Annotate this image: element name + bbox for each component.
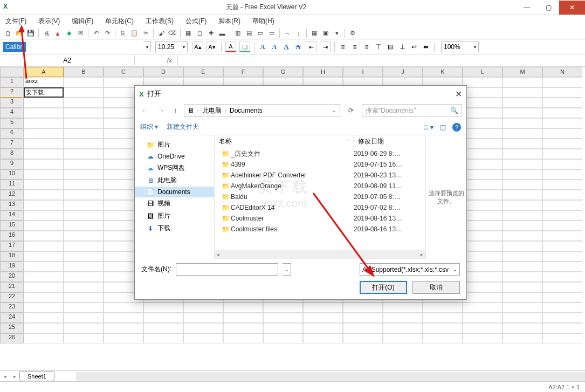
cell[interactable] [463,272,503,282]
filename-input[interactable] [176,263,278,276]
menu-单元格[interactable]: 单元格(C) [103,16,136,27]
col-header-name[interactable]: 名称˄ [215,135,354,148]
cell[interactable] [24,200,64,210]
new-icon[interactable]: 🗋 [3,29,13,38]
cell[interactable] [64,180,104,190]
col-width-icon[interactable]: ↔ [283,29,292,38]
cell[interactable] [64,282,104,292]
view-mode-icon[interactable]: ≣ ▾ [423,123,433,131]
align-mid-icon[interactable]: ⊟ [386,42,395,52]
cell[interactable] [542,159,582,169]
breadcrumb-root[interactable]: 此电脑 [202,106,222,115]
cell[interactable] [542,333,582,343]
tree-item[interactable]: 🖼图片 [135,210,214,222]
cell[interactable] [24,231,64,241]
cell[interactable] [463,149,503,159]
cell[interactable] [542,180,582,190]
row-header[interactable]: 10 [0,169,24,180]
row-header[interactable]: 8 [0,149,24,159]
row-header[interactable]: 12 [0,190,24,200]
cell[interactable] [463,128,503,139]
cell[interactable] [503,323,542,333]
pdf-icon[interactable]: ▲ [53,29,63,38]
filter-icon[interactable]: ▾ [332,29,342,38]
cell[interactable] [503,251,542,262]
row-header[interactable]: 18 [0,251,24,262]
cell[interactable] [503,169,542,180]
cell[interactable] [24,313,64,323]
menu-表示[interactable]: 表示(V) [36,16,62,27]
cell[interactable] [542,149,582,159]
cell[interactable] [104,302,143,313]
cell[interactable] [542,323,582,333]
cancel-button[interactable]: 取消 [412,281,460,294]
row-header[interactable]: 23 [0,302,24,313]
align-right-icon[interactable]: ≡ [362,42,371,52]
cell[interactable] [423,313,463,323]
file-row[interactable]: 📁43992019-07-15 16… [215,159,425,170]
cell[interactable] [503,302,542,313]
cell[interactable] [24,149,64,159]
row-header[interactable]: 22 [0,292,24,302]
cell[interactable] [183,323,223,333]
cut-icon[interactable]: ✂ [141,29,150,38]
cell[interactable] [503,231,542,241]
cell[interactable] [463,77,503,87]
cell[interactable] [303,302,343,313]
col-header[interactable]: D [143,67,183,77]
cell[interactable] [463,251,503,262]
insert-row-icon[interactable]: ▭ [256,29,265,38]
underline-icon[interactable]: A [281,42,291,52]
tree-item[interactable]: 📄Documents [135,187,214,197]
strike-icon[interactable]: A [293,42,303,52]
tree-item[interactable]: 📁图片 [135,139,214,151]
cell[interactable] [263,323,303,333]
cell[interactable] [463,200,503,210]
cell[interactable] [24,180,64,190]
col-header[interactable]: I [343,67,383,77]
organize-menu[interactable]: 组织 ▾ [140,122,158,132]
cell[interactable] [463,210,503,221]
cell[interactable] [503,180,542,190]
zoom-select[interactable]: 100%▾ [441,42,479,52]
cell[interactable] [64,292,104,302]
font-color-icon[interactable]: A [225,42,236,52]
font-size-select[interactable]: 10.25▾ [155,42,188,52]
row-header[interactable]: 13 [0,200,24,210]
tree-item[interactable]: ☁WPS网盘 [135,162,214,174]
cell[interactable] [503,200,542,210]
decrease-font-icon[interactable]: A▾ [207,42,217,52]
group-icon[interactable]: ▣ [321,29,331,38]
tree-item[interactable]: ⬇下载 [135,222,214,235]
cell[interactable] [64,210,104,221]
bold-icon[interactable]: A [258,42,267,52]
cell[interactable] [143,302,183,313]
cell[interactable] [64,118,104,128]
cell[interactable] [64,190,104,200]
cell[interactable] [503,221,542,231]
cell[interactable] [64,200,104,210]
col-header[interactable]: E [183,67,223,77]
cell[interactable] [64,108,104,118]
cell[interactable] [263,302,303,313]
menu-帮助[interactable]: 帮助(H) [250,16,277,27]
file-row[interactable]: 📁Acethinker PDF Converter2019-08-23 13… [215,170,425,181]
cell[interactable] [542,292,582,302]
cell[interactable] [64,98,104,108]
nav-up-icon[interactable]: ↑ [171,106,180,115]
cell[interactable] [463,292,503,302]
cell[interactable] [463,108,503,118]
cell[interactable] [64,159,104,169]
col-header-date[interactable]: 修改日期 [354,135,418,148]
cell[interactable] [263,313,303,323]
cell[interactable] [64,139,104,149]
cell[interactable] [542,169,582,180]
cell[interactable] [463,282,503,292]
cell[interactable] [423,323,463,333]
col-header[interactable]: N [542,67,582,77]
breadcrumb-current[interactable]: Documents [230,107,263,114]
col-header[interactable]: G [263,67,303,77]
col-header[interactable]: K [423,67,463,77]
cell[interactable] [542,262,582,272]
new-folder-button[interactable]: 新建文件夹 [167,122,199,132]
